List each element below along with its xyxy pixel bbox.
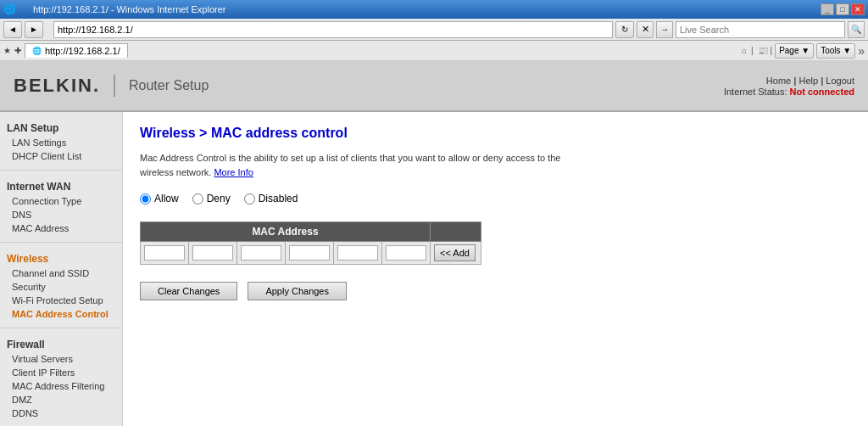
mac-input-4[interactable] xyxy=(289,245,330,261)
mac-cell-2[interactable] xyxy=(189,242,237,265)
sidebar-item-security[interactable]: Security xyxy=(0,280,122,294)
add-favorite-icon[interactable]: ✚ xyxy=(14,46,21,55)
sidebar-section-firewall[interactable]: Firewall xyxy=(0,335,122,352)
forward-button[interactable]: ► xyxy=(25,21,43,38)
favorites-tab-label: http://192.168.2.1/ xyxy=(45,46,120,56)
sidebar-item-channel-ssid[interactable]: Channel and SSID xyxy=(0,266,122,280)
refresh-button[interactable]: ↻ xyxy=(615,21,634,38)
logout-link[interactable]: Logout xyxy=(826,76,854,86)
radio-disabled[interactable]: Disabled xyxy=(244,193,298,205)
more-info-link[interactable]: More Info xyxy=(214,167,253,177)
content-area: LAN Setup LAN Settings DHCP Client List … xyxy=(0,112,868,426)
browser-toolbar: ◄ ► ↻ ✕ → 🔍 xyxy=(0,19,868,41)
add-mac-button[interactable]: << Add xyxy=(434,244,476,261)
sidebar: LAN Setup LAN Settings DHCP Client List … xyxy=(0,112,123,426)
radio-deny-input[interactable] xyxy=(192,193,203,205)
home-link[interactable]: Home xyxy=(766,76,791,86)
favorites-tab[interactable]: 🌐 http://192.168.2.1/ xyxy=(25,43,128,58)
sidebar-item-ddns[interactable]: DDNS xyxy=(0,406,122,420)
sidebar-item-virtual-servers[interactable]: Virtual Servers xyxy=(0,352,122,366)
apply-changes-button[interactable]: Apply Changes xyxy=(248,282,347,300)
close-button[interactable]: ✕ xyxy=(851,3,865,15)
description: Mac Address Control is the ability to se… xyxy=(140,151,851,179)
browser-titlebar: 🌐 http://192.168.2.1/ - Windows Internet… xyxy=(0,0,868,19)
main-content: Wireless > MAC address control Mac Addre… xyxy=(123,112,868,426)
radio-deny[interactable]: Deny xyxy=(192,193,231,205)
radio-group: Allow Deny Disabled xyxy=(140,193,851,205)
mac-input-3[interactable] xyxy=(241,245,281,261)
page-menu-button[interactable]: Page ▼ xyxy=(775,43,814,59)
page-wrapper: BELKIN. Router Setup Home | Help | Logou… xyxy=(0,61,868,426)
mac-input-row: << Add xyxy=(141,242,481,265)
search-input[interactable] xyxy=(676,21,845,38)
belkin-logo: BELKIN. xyxy=(14,75,115,97)
sidebar-item-wifi-protected[interactable]: Wi-Fi Protected Setup xyxy=(0,294,122,307)
mac-input-2[interactable] xyxy=(192,245,233,261)
mac-input-6[interactable] xyxy=(386,245,426,261)
status-value: Not connected xyxy=(790,87,854,97)
sidebar-item-dmz[interactable]: DMZ xyxy=(0,393,122,406)
mac-input-1[interactable] xyxy=(144,245,185,261)
page-header: BELKIN. Router Setup Home | Help | Logou… xyxy=(0,61,868,112)
sidebar-item-dhcp-client-list[interactable]: DHCP Client List xyxy=(0,149,122,163)
sidebar-item-mac-address-wan[interactable]: MAC Address xyxy=(0,221,122,235)
help-link[interactable]: Help xyxy=(798,76,818,86)
sidebar-section-internet-wan[interactable]: Internet WAN xyxy=(0,177,122,194)
favorites-bar: ★ ✚ 🌐 http://192.168.2.1/ ⌂ | 📰 | Page ▼… xyxy=(0,41,868,61)
router-setup-title: Router Setup xyxy=(129,78,209,93)
page-title: Wireless > MAC address control xyxy=(140,126,851,141)
sidebar-section-wireless[interactable]: Wireless xyxy=(0,249,122,266)
internet-status: Internet Status: Not connected xyxy=(724,87,854,97)
stop-button[interactable]: ✕ xyxy=(637,21,654,38)
favorites-icon[interactable]: ★ xyxy=(3,46,11,55)
back-button[interactable]: ◄ xyxy=(3,21,22,38)
mac-address-table: MAC Address << Add xyxy=(140,221,481,265)
mac-table-header: MAC Address xyxy=(141,222,431,242)
mac-cell-1[interactable] xyxy=(141,242,189,265)
favorites-toolbar-btns: ⌂ | 📰 | Page ▼ Tools ▼ » xyxy=(742,43,865,59)
search-go-button[interactable]: 🔍 xyxy=(848,21,865,38)
tools-menu-button[interactable]: Tools ▼ xyxy=(816,43,855,59)
radio-disabled-input[interactable] xyxy=(244,193,255,205)
radio-allow-input[interactable] xyxy=(140,193,151,205)
sidebar-item-mac-address-filtering[interactable]: MAC Address Filtering xyxy=(0,379,122,393)
sidebar-item-lan-settings[interactable]: LAN Settings xyxy=(0,136,122,149)
window-controls[interactable]: _ □ ✕ xyxy=(821,3,865,15)
sidebar-item-mac-address-control[interactable]: MAC Address Control xyxy=(0,307,122,321)
sidebar-section-lan-setup[interactable]: LAN Setup xyxy=(0,119,122,136)
mac-cell-6[interactable] xyxy=(382,242,431,265)
action-buttons: Clear Changes Apply Changes xyxy=(140,282,851,300)
maximize-button[interactable]: □ xyxy=(836,3,849,15)
sidebar-item-dns[interactable]: DNS xyxy=(0,208,122,221)
mac-cell-5[interactable] xyxy=(334,242,382,265)
mac-cell-4[interactable] xyxy=(286,242,334,265)
minimize-button[interactable]: _ xyxy=(821,3,834,15)
address-bar[interactable] xyxy=(53,21,613,38)
browser-title: http://192.168.2.1/ - Windows Internet E… xyxy=(16,4,821,14)
mac-input-5[interactable] xyxy=(337,245,378,261)
mac-add-cell[interactable]: << Add xyxy=(431,242,481,265)
header-links: Home | Help | Logout xyxy=(766,75,854,87)
sidebar-item-client-ip-filters[interactable]: Client IP Filters xyxy=(0,366,122,379)
go-button[interactable]: → xyxy=(656,21,673,38)
clear-changes-button[interactable]: Clear Changes xyxy=(140,282,237,300)
mac-cell-3[interactable] xyxy=(237,242,286,265)
sidebar-item-connection-type[interactable]: Connection Type xyxy=(0,194,122,208)
radio-allow[interactable]: Allow xyxy=(140,193,179,205)
